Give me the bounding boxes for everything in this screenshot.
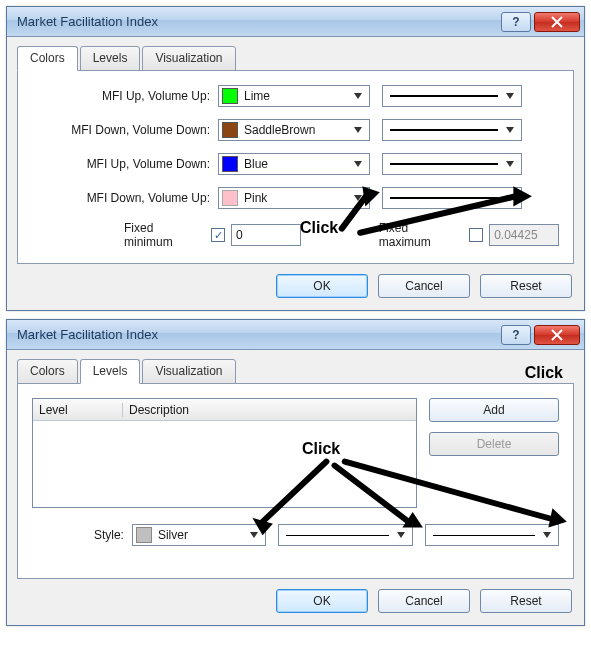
chevron-down-icon [502,189,518,207]
tabstrip: Colors Levels Visualization [17,359,574,384]
titlebar[interactable]: Market Facilitation Index ? [7,320,584,350]
color-swatch [222,190,238,206]
line-preview [390,163,498,165]
col-level[interactable]: Level [33,403,123,417]
fixed-min-input[interactable]: 0 [231,224,301,246]
chevron-down-icon [502,121,518,139]
levels-buttons: Add Delete [429,398,559,508]
tab-visualization[interactable]: Visualization [142,359,235,384]
close-icon [550,15,564,29]
tabstrip: Colors Levels Visualization [17,46,574,71]
fixed-row: Fixed minimum ✓ 0 Fixed maximum 0.04425 [32,221,559,249]
tab-pane-colors: MFI Up, Volume Up: Lime MFI Down, Volume… [17,70,574,264]
fixed-max-checkbox[interactable] [469,228,483,242]
color-swatch [222,88,238,104]
levels-body: Level Description Add Delete [32,398,559,508]
line-width-select[interactable] [425,524,559,546]
color-row: MFI Down, Volume Down: SaddleBrown [32,119,559,141]
add-button[interactable]: Add [429,398,559,422]
chevron-down-icon [350,87,366,105]
chevron-down-icon [350,121,366,139]
line-width-select[interactable] [382,85,522,107]
client-area: Colors Levels Visualization Level Descri… [7,350,584,625]
dialog-levels: Market Facilitation Index ? Colors Level… [6,319,585,626]
style-label: Style: [32,528,132,542]
tab-levels[interactable]: Levels [80,359,141,384]
chevron-down-icon [502,155,518,173]
chevron-down-icon [246,526,262,544]
line-pattern-select[interactable] [278,524,412,546]
help-button[interactable]: ? [501,325,531,345]
line-width-select[interactable] [382,119,522,141]
color-swatch [222,156,238,172]
color-row-label: MFI Up, Volume Down: [32,157,218,171]
ok-button[interactable]: OK [276,589,368,613]
fixed-min-checkbox[interactable]: ✓ [211,228,225,242]
close-button[interactable] [534,325,580,345]
reset-button[interactable]: Reset [480,274,572,298]
style-color-select[interactable]: Silver [132,524,266,546]
line-preview [390,129,498,131]
chevron-down-icon [502,87,518,105]
fixed-max-label: Fixed maximum [379,221,463,249]
line-preview [286,535,388,536]
button-row: OK Cancel Reset [17,264,574,300]
chevron-down-icon [350,189,366,207]
color-select-mfi-down-vol-up[interactable]: Pink [218,187,370,209]
window-title: Market Facilitation Index [17,327,498,342]
delete-button: Delete [429,432,559,456]
style-row: Style: Silver [32,524,559,546]
color-select-mfi-down-vol-down[interactable]: SaddleBrown [218,119,370,141]
col-description[interactable]: Description [123,403,416,417]
color-select-mfi-up-vol-up[interactable]: Lime [218,85,370,107]
tab-levels[interactable]: Levels [80,46,141,71]
reset-button[interactable]: Reset [480,589,572,613]
window-title: Market Facilitation Index [17,14,498,29]
line-preview [390,197,498,199]
ok-button[interactable]: OK [276,274,368,298]
fixed-max-input: 0.04425 [489,224,559,246]
line-preview [390,95,498,97]
color-row-label: MFI Down, Volume Up: [32,191,218,205]
help-button[interactable]: ? [501,12,531,32]
line-width-select[interactable] [382,187,522,209]
color-row: MFI Down, Volume Up: Pink [32,187,559,209]
color-row: MFI Up, Volume Up: Lime [32,85,559,107]
line-width-select[interactable] [382,153,522,175]
color-swatch [136,527,152,543]
color-select-mfi-up-vol-down[interactable]: Blue [218,153,370,175]
color-row-label: MFI Down, Volume Down: [32,123,218,137]
levels-grid[interactable]: Level Description [32,398,417,508]
tab-pane-levels: Level Description Add Delete Style: Silv… [17,383,574,579]
tab-visualization[interactable]: Visualization [142,46,235,71]
cancel-button[interactable]: Cancel [378,274,470,298]
tab-colors[interactable]: Colors [17,46,78,71]
chevron-down-icon [393,526,409,544]
cancel-button[interactable]: Cancel [378,589,470,613]
button-row: OK Cancel Reset [17,579,574,615]
color-swatch [222,122,238,138]
titlebar[interactable]: Market Facilitation Index ? [7,7,584,37]
dialog-colors: Market Facilitation Index ? Colors Level… [6,6,585,311]
tab-colors[interactable]: Colors [17,359,78,384]
chevron-down-icon [539,526,555,544]
color-row-label: MFI Up, Volume Up: [32,89,218,103]
grid-header: Level Description [33,399,416,421]
close-button[interactable] [534,12,580,32]
client-area: Colors Levels Visualization MFI Up, Volu… [7,37,584,310]
fixed-min-label: Fixed minimum [124,221,205,249]
color-row: MFI Up, Volume Down: Blue [32,153,559,175]
line-preview [433,535,535,536]
close-icon [550,328,564,342]
chevron-down-icon [350,155,366,173]
